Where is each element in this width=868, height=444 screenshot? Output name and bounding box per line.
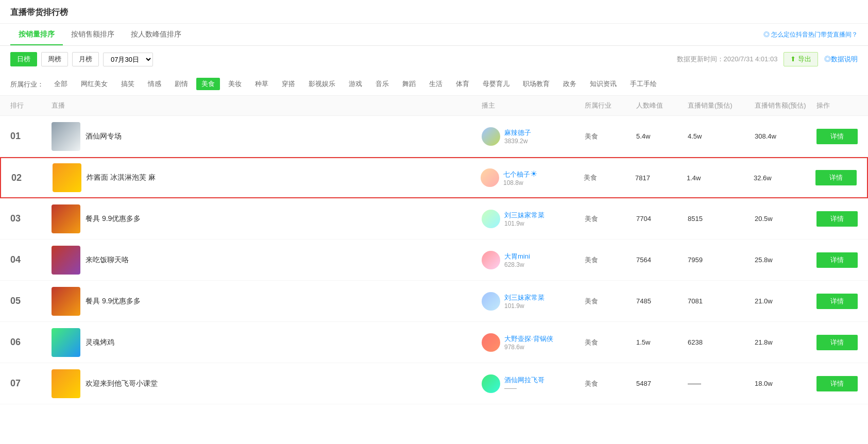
help-link[interactable]: ◎ 怎么定位抖音热门带货直播间？ — [763, 30, 858, 39]
header-sales-volume: 直播销量(预估) — [688, 101, 755, 110]
industry-entertainment[interactable]: 影视娱乐 — [303, 78, 341, 90]
live-thumbnail — [52, 328, 80, 357]
host-name[interactable]: 刘三妹家常菜 — [504, 211, 544, 220]
detail-button[interactable]: 详情 — [815, 170, 857, 185]
industry-all[interactable]: 全部 — [49, 78, 73, 90]
sales-amount-value: 32.6w — [754, 174, 815, 182]
peak-users-value: 7564 — [636, 256, 688, 264]
industry-tags: 全部 网红美女 搞笑 情感 剧情 美食 美妆 种草 穿搭 影视娱乐 游戏 音乐 … — [49, 78, 858, 90]
live-name: 来吃饭聊天咯 — [86, 255, 129, 265]
industry-handcraft[interactable]: 手工手绘 — [625, 78, 662, 90]
live-cell: 欢迎来到他飞哥小课堂 — [52, 369, 482, 398]
host-avatar — [482, 251, 500, 269]
detail-button[interactable]: 详情 — [816, 335, 858, 350]
host-name[interactable]: 大野壶探·背锅侠 — [504, 334, 553, 344]
live-name: 欢迎来到他飞哥小课堂 — [86, 379, 158, 388]
header-host: 播主 — [482, 101, 585, 110]
industry-parenting[interactable]: 母婴育儿 — [478, 78, 515, 90]
live-name: 酒仙网专场 — [86, 132, 122, 141]
host-name[interactable]: 七个柚子☀ — [503, 169, 537, 179]
industry-wanghong[interactable]: 网红美女 — [76, 78, 113, 90]
data-update-time: 数据更新时间：2020/7/31 4:01:03 — [677, 55, 778, 64]
industry-fashion[interactable]: 穿搭 — [277, 78, 300, 90]
sales-volume-value: 8515 — [688, 215, 755, 223]
tab-by-sales-amount[interactable]: 按销售额排序 — [63, 24, 123, 45]
live-cell: 餐具 9.9优惠多多 — [52, 287, 482, 316]
date-select[interactable]: 07月30日 — [103, 53, 153, 66]
detail-button[interactable]: 详情 — [816, 376, 858, 391]
peak-users-value: 5.4w — [636, 132, 688, 140]
sales-volume-value: 7081 — [688, 297, 755, 305]
industry-game[interactable]: 游戏 — [344, 78, 367, 90]
live-name: 炸酱面 冰淇淋泡芙 麻 — [87, 173, 156, 182]
live-name: 餐具 9.9优惠多多 — [86, 297, 141, 306]
table-row: 04 来吃饭聊天咯 大胃mini 628.3w 美食 7564 7959 25.… — [0, 240, 868, 281]
export-button[interactable]: ⬆ 导出 — [784, 52, 818, 66]
industry-beauty[interactable]: 美妆 — [223, 78, 247, 90]
tabs-row: 按销量排序 按销售额排序 按人数峰值排序 ◎ 怎么定位抖音热门带货直播间？ — [0, 24, 868, 46]
header-sales-amount: 直播销售额(预估) — [755, 101, 816, 110]
header-rank: 排行 — [10, 101, 52, 110]
industry-value: 美食 — [584, 173, 635, 182]
industry-politics[interactable]: 政务 — [558, 78, 582, 90]
live-thumbnail — [52, 122, 80, 151]
table-row: 07 欢迎来到他飞哥小课堂 酒仙网拉飞哥 —— 美食 5487 —— 18.0w… — [0, 363, 868, 404]
host-fans: 101.9w — [504, 302, 544, 310]
host-name[interactable]: 麻辣德子 — [504, 128, 531, 138]
industry-life[interactable]: 生活 — [424, 78, 448, 90]
monthly-btn[interactable]: 月榜 — [72, 52, 99, 66]
table-row: 02 炸酱面 冰淇淋泡芙 麻 七个柚子☀ 108.8w 美食 7817 1.4w… — [0, 157, 868, 198]
tab-by-sales-count[interactable]: 按销量排序 — [10, 24, 63, 45]
detail-button[interactable]: 详情 — [816, 294, 858, 309]
weekly-btn[interactable]: 周榜 — [41, 52, 68, 66]
sales-amount-value: 18.0w — [755, 380, 816, 387]
rank-number: 06 — [10, 337, 52, 348]
industry-emotion[interactable]: 情感 — [143, 78, 166, 90]
table-body: 01 酒仙网专场 麻辣德子 3839.2w 美食 5.4w 4.5w 308.4… — [0, 116, 868, 404]
industry-sports[interactable]: 体育 — [451, 78, 474, 90]
host-info: 大胃mini 628.3w — [504, 252, 530, 268]
industry-plant[interactable]: 种草 — [250, 78, 274, 90]
daily-btn[interactable]: 日榜 — [10, 52, 37, 66]
peak-users-value: 7485 — [636, 297, 688, 305]
industry-value: 美食 — [585, 255, 636, 265]
host-avatar — [482, 374, 500, 393]
host-avatar — [481, 168, 499, 187]
host-cell: 酒仙网拉飞哥 —— — [482, 374, 585, 393]
host-name[interactable]: 大胃mini — [504, 252, 530, 261]
host-info: 刘三妹家常菜 101.9w — [504, 293, 544, 310]
host-cell: 刘三妹家常菜 101.9w — [482, 210, 585, 228]
industry-drama[interactable]: 剧情 — [169, 78, 193, 90]
host-fans: 3839.2w — [504, 138, 531, 145]
sales-volume-value: 7959 — [688, 256, 755, 264]
detail-button[interactable]: 详情 — [816, 129, 858, 144]
host-fans: 101.9w — [504, 220, 544, 227]
industry-music[interactable]: 音乐 — [370, 78, 394, 90]
industry-value: 美食 — [585, 214, 636, 224]
host-cell: 麻辣德子 3839.2w — [482, 127, 585, 146]
rank-number: 02 — [11, 173, 53, 183]
host-fans: 978.6w — [504, 344, 553, 351]
header-action: 操作 — [816, 101, 858, 110]
host-avatar — [482, 210, 500, 228]
host-name[interactable]: 酒仙网拉飞哥 — [504, 375, 544, 385]
tab-by-peak-users[interactable]: 按人数峰值排序 — [123, 24, 190, 45]
industry-funny[interactable]: 搞笑 — [116, 78, 140, 90]
host-info: 酒仙网拉飞哥 —— — [504, 375, 544, 392]
industry-knowledge[interactable]: 知识资讯 — [585, 78, 622, 90]
detail-button[interactable]: 详情 — [816, 252, 858, 268]
industry-workplace[interactable]: 职场教育 — [518, 78, 555, 90]
peak-users-value: 1.5w — [636, 338, 688, 346]
host-info: 七个柚子☀ 108.8w — [503, 169, 537, 186]
industry-food[interactable]: 美食 — [196, 78, 220, 90]
detail-button[interactable]: 详情 — [816, 211, 858, 227]
live-thumbnail — [52, 204, 80, 233]
host-info: 大野壶探·背锅侠 978.6w — [504, 334, 553, 351]
live-thumbnail — [52, 369, 80, 398]
host-name[interactable]: 刘三妹家常菜 — [504, 293, 544, 302]
data-desc-link[interactable]: ◎数据说明 — [824, 55, 858, 64]
industry-dance[interactable]: 舞蹈 — [397, 78, 421, 90]
live-thumbnail — [52, 287, 80, 316]
host-fans: 108.8w — [503, 179, 537, 186]
industry-value: 美食 — [585, 297, 636, 306]
